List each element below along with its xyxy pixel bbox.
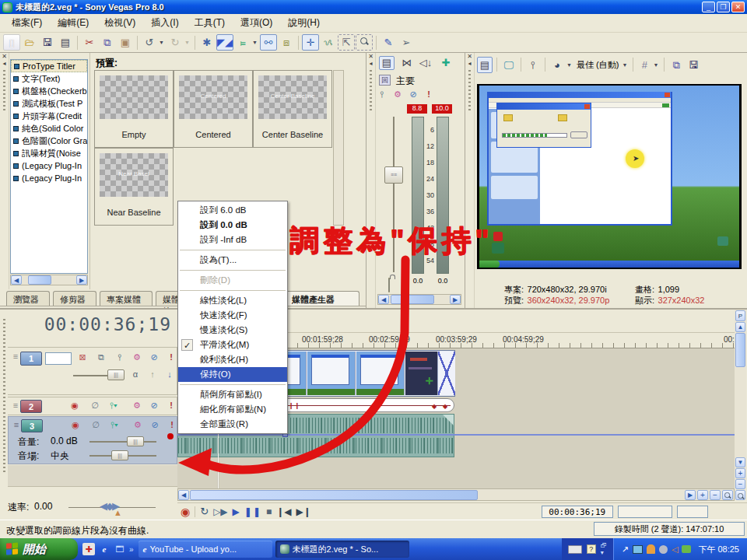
auto-ripple-icon[interactable]: ⫢ — [234, 34, 251, 51]
menu-options[interactable]: 選項(O) — [233, 14, 279, 32]
marker-tool-button[interactable]: P — [735, 310, 745, 321]
new-project-icon[interactable]: ▯ — [3, 34, 20, 51]
track-solo-icon[interactable]: ! — [165, 352, 177, 363]
list-item-color-gradient[interactable]: 色階圖(Color Gra — [11, 135, 87, 147]
menu-item-flip-all-points[interactable]: 顛倒所有節點(I) — [178, 387, 287, 402]
scroll-right-icon[interactable]: ▶ — [76, 275, 87, 285]
menu-view[interactable]: 檢視(V) — [97, 14, 142, 32]
play-button[interactable]: ▶ — [233, 506, 240, 517]
pause-button[interactable]: ❚❚ — [244, 506, 261, 517]
menu-help[interactable]: 說明(H) — [281, 14, 327, 32]
scroll-left-icon[interactable]: ◀ — [378, 295, 389, 304]
edit-cursor-position-display[interactable]: 00:00:36;19 — [43, 314, 171, 334]
arm-record-icon[interactable]: ◉ — [68, 400, 81, 411]
menu-edit[interactable]: 編輯(E) — [51, 14, 96, 32]
open-icon[interactable]: 🗁 — [21, 34, 38, 51]
external-monitor-icon[interactable]: 🖵 — [501, 57, 517, 73]
phase-invert-icon[interactable]: ∅ — [89, 419, 102, 431]
taskbar-task-youtube[interactable]: e YouTube - Upload yo... — [139, 541, 272, 558]
loop-playback-button[interactable]: ↻ — [200, 506, 209, 517]
menu-item-reset-all[interactable]: 全部重設(R) — [178, 417, 287, 432]
preset-near-baseline[interactable]: Near Basel Near Baseline — [94, 148, 174, 226]
bus-solo-icon[interactable]: ! — [423, 89, 435, 100]
track1-name-field[interactable] — [45, 352, 72, 365]
pan-slider-handle[interactable]: ||| — [111, 450, 128, 460]
track-fx-icon[interactable]: ⫯▾ — [107, 400, 120, 411]
master-bus-icon[interactable]: 回 — [379, 75, 391, 86]
vertical-scroll-thumb[interactable] — [735, 333, 745, 367]
selection-edit-tool-icon[interactable]: ⇱ — [338, 34, 355, 51]
paste-icon[interactable]: ▣ — [117, 34, 134, 51]
menu-insert[interactable]: 插入(I) — [144, 14, 185, 32]
go-to-end-button[interactable]: ▶❙ — [296, 506, 310, 517]
menu-item-smooth-fade[interactable]: ✓ 平滑淡化(M) — [178, 338, 287, 352]
language-bar-minimize-icon[interactable]: 🗗▾ — [601, 542, 607, 556]
internet-explorer-icon[interactable]: e — [98, 543, 110, 555]
tab-explorer[interactable]: 瀏覽器 — [6, 291, 50, 306]
track1-header[interactable]: ≡ 1 ⊠ ⧉ ⫯ ⚙ ⊘ ! ||| α ↑ ↓ — [8, 347, 177, 395]
volume-envelope-line[interactable] — [177, 434, 735, 436]
track-automation-icon[interactable]: ⚙ — [132, 419, 144, 431]
mixer-insert-input-bus-icon[interactable]: ⋈ — [399, 56, 415, 70]
video-output-fx-icon[interactable]: ⫯ — [525, 57, 541, 73]
generators-dock-grip[interactable]: ✕◂ — [0, 53, 9, 289]
auto-ripple-dropdown-icon[interactable]: ▼ — [252, 40, 259, 45]
menu-item-hold[interactable]: 保持(O) — [178, 367, 287, 382]
list-item-credit-roll[interactable]: 片頭字幕(Credit — [11, 110, 87, 122]
volume-slider[interactable] — [89, 441, 156, 443]
bus-mute-icon[interactable]: ⊘ — [407, 89, 419, 100]
scroll-right-icon[interactable]: ▶ — [450, 295, 461, 304]
track-solo-icon[interactable]: ! — [166, 419, 178, 431]
list-item-legacy-plugin-2[interactable]: (Legacy Plug-In — [11, 172, 87, 184]
play-from-start-button[interactable]: ▷▶ — [213, 506, 227, 517]
zoom-in-time-icon[interactable]: + — [697, 490, 708, 500]
start-button[interactable]: 開始 — [0, 538, 78, 560]
menu-item-set-inf[interactable]: 設到 -Inf dB — [178, 233, 287, 247]
zoom-out-time-icon[interactable]: − — [710, 490, 721, 500]
preview-quality-icon[interactable]: ◕ — [549, 57, 565, 73]
stop-button[interactable]: ■ — [266, 506, 272, 517]
auto-crossfade-icon[interactable]: ◤◢ — [216, 34, 233, 51]
save-snapshot-icon[interactable]: 🖫 — [686, 57, 701, 73]
list-item-checkerboard[interactable]: 棋盤格(Checkerb — [11, 85, 87, 97]
overlay-grid-icon[interactable]: # — [637, 57, 651, 73]
menu-item-sharp-fade[interactable]: 銳利淡化(H) — [178, 352, 287, 367]
menu-file[interactable]: 檔案(F) — [5, 14, 49, 32]
arm-record-icon[interactable]: ◉ — [69, 419, 82, 431]
menu-item-set-6db[interactable]: 設到 6.0 dB — [178, 203, 287, 218]
zoom-in-track-height-icon[interactable]: + — [735, 468, 745, 478]
volume-slider-handle[interactable]: ||| — [127, 436, 144, 446]
scroll-left-icon[interactable]: ◀ — [11, 275, 22, 285]
crossfade-x[interactable] — [438, 352, 455, 395]
track-automation-icon[interactable]: ⚙ — [131, 352, 143, 363]
zoom-tool-icon[interactable] — [722, 490, 733, 500]
bus-fx-icon[interactable]: ⫯ — [376, 89, 388, 100]
list-item-test-pattern[interactable]: 測試模板(Test P — [11, 97, 87, 110]
taskbar-task-vegas[interactable]: 未標題的2.veg * - So... — [275, 541, 409, 558]
menu-item-linear-fade[interactable]: 線性淡化(L) — [178, 293, 287, 308]
project-properties-icon[interactable]: ▤ — [477, 57, 493, 73]
generators-list-hscrollbar[interactable]: ◀ ▶ — [10, 275, 88, 285]
zoom-tool-icon[interactable] — [735, 490, 745, 500]
scroll-thumb[interactable] — [190, 490, 478, 500]
tab-trimmer[interactable]: 修剪器 — [53, 291, 96, 306]
quality-dropdown-icon[interactable]: ▼ — [566, 62, 573, 68]
track-automation-icon[interactable]: ⚙ — [131, 400, 143, 411]
close-button[interactable]: ✕ — [731, 2, 745, 12]
redo-dropdown-icon[interactable]: ▼ — [184, 40, 191, 45]
track-solo-icon[interactable]: ! — [165, 400, 177, 411]
track3-header[interactable]: ≡ 3 ◉ ∅ ⫯▾ ⚙ ⊘ ! 音量: 0.0 dB ||| 音場: 中央 |… — [8, 416, 177, 464]
track-mute-icon[interactable]: ⊘ — [148, 352, 160, 363]
mixer-insert-fx-icon[interactable]: ✚ — [438, 56, 454, 70]
tray-network-icon[interactable] — [633, 545, 643, 554]
preview-quality-label[interactable]: 最佳 (自動) — [575, 59, 620, 71]
menu-item-thin-all-points[interactable]: 細化所有節點(N) — [178, 402, 287, 417]
normal-edit-tool-icon[interactable]: ✛ — [302, 34, 319, 51]
tray-app-icon[interactable] — [659, 545, 668, 554]
save-icon[interactable]: 🖫 — [39, 34, 56, 51]
quick-launch-icon[interactable]: 🗔 — [114, 543, 126, 555]
zoom-out-track-height-icon[interactable]: − — [735, 479, 745, 489]
track1-number-chip[interactable]: 1 — [20, 352, 42, 366]
go-to-start-button[interactable]: ❙◀ — [276, 506, 291, 517]
tab-project-media[interactable]: 專案媒體 — [100, 291, 153, 306]
